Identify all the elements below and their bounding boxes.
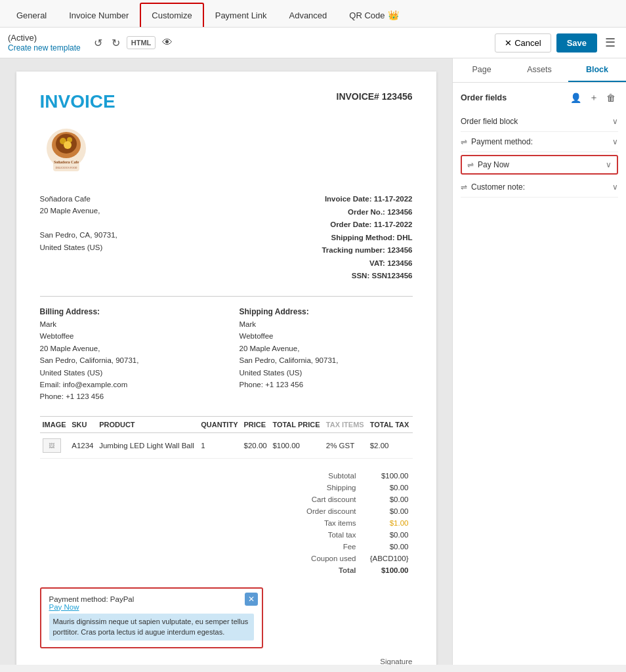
row-quantity: 1 xyxy=(198,432,241,458)
pay-now-row: Pay Now xyxy=(49,603,254,611)
cart-discount-value: $0.00 xyxy=(365,494,411,505)
order-date-value: 11-17-2022 xyxy=(374,220,413,228)
cancel-button[interactable]: ✕ Cancel xyxy=(495,33,551,52)
col-product: PRODUCT xyxy=(96,416,198,432)
html-button[interactable]: HTML xyxy=(127,36,156,49)
field-item-pay-now[interactable]: ⇌ Pay Now ∨ xyxy=(461,155,618,175)
tab-invoice-number[interactable]: Invoice Number xyxy=(58,3,140,27)
billing-phone-label: Phone: xyxy=(40,392,64,400)
order-fields-title: Order fields xyxy=(461,93,507,102)
pay-now-link[interactable]: Pay Now xyxy=(49,603,79,611)
tab-payment-link[interactable]: Payment Link xyxy=(204,3,278,27)
invoice-header: INVOICE INVOICE# 123456 xyxy=(40,91,413,112)
tax-items-value: $1.00 xyxy=(365,518,411,528)
tracking-label: Tracking number: xyxy=(322,246,385,254)
delete-field-button[interactable]: 🗑 xyxy=(604,91,618,105)
order-no-value: 123456 xyxy=(387,208,412,216)
products-table: IMAGE SKU PRODUCT QUANTITY PRICE TOTAL P… xyxy=(40,416,413,459)
customer-note-text: Mauris dignissim neque ut sapien vulputa… xyxy=(49,614,254,640)
order-no-label: Order No.: xyxy=(348,208,385,216)
create-template-link[interactable]: Create new template xyxy=(8,43,81,52)
pay-now-field-label: Pay Now xyxy=(478,160,509,169)
customer-note-field-label: Customer note: xyxy=(471,182,525,192)
billing-addr2: San Pedro, California, 90731, xyxy=(40,356,139,364)
payment-block-close[interactable]: ✕ xyxy=(245,593,258,606)
menu-button[interactable]: ☰ xyxy=(602,33,618,52)
header-controls: ↺ ↻ HTML 👁 xyxy=(91,34,176,52)
col-tax-items: TAX ITEMS xyxy=(323,416,367,432)
panel-tab-page[interactable]: Page xyxy=(453,58,511,82)
total-label: Total xyxy=(304,565,364,576)
seller-name: Soñadora Cafe xyxy=(40,193,117,205)
shipping-method-row: Shipping Method: DHL xyxy=(322,232,412,245)
invoice-paper: INVOICE INVOICE# 123456 Soñadora Cafe xyxy=(16,72,436,665)
billing-addr3: United States (US) xyxy=(40,369,103,377)
header-status-group: (Active) Create new template xyxy=(8,33,81,52)
preview-button[interactable]: 👁 xyxy=(159,34,175,51)
payment-block[interactable]: ✕ Payment method: PayPal Pay Now Mauris … xyxy=(40,587,263,648)
subtotal-row: Subtotal $100.00 xyxy=(304,471,411,481)
undo-button[interactable]: ↺ xyxy=(91,34,105,52)
seller-address3: San Pedro, CA, 90731, xyxy=(40,229,117,241)
vat-label: VAT: xyxy=(369,259,385,267)
invoice-number-label: INVOICE# xyxy=(337,91,379,102)
col-image: IMAGE xyxy=(40,416,70,432)
field-item-customer-note-left: ⇌ Customer note: xyxy=(461,182,525,192)
billing-email: info@example.com xyxy=(63,381,128,388)
field-item-payment[interactable]: ⇌ Payment method: ∨ xyxy=(461,132,618,152)
header-right: ✕ Cancel Save ☰ xyxy=(495,33,618,52)
order-date-label: Order Date: xyxy=(330,220,371,228)
order-field-block-header[interactable]: Order field block ∨ xyxy=(461,112,618,132)
save-button[interactable]: Save xyxy=(556,33,597,52)
redo-button[interactable]: ↻ xyxy=(109,34,123,52)
billing-company: Webtoffee xyxy=(40,332,74,340)
shipping-label: Shipping xyxy=(304,482,364,493)
coupon-row: Coupon used {ABCD100} xyxy=(304,553,411,564)
panel-tab-assets[interactable]: Assets xyxy=(511,58,568,82)
invoice-title: INVOICE xyxy=(40,91,115,112)
payment-method-field-label: Payment method: xyxy=(471,137,533,146)
section-actions: 👤 ＋ 🗑 xyxy=(568,91,618,105)
add-field-button[interactable]: ＋ xyxy=(587,91,601,105)
field-item-customer-note[interactable]: ⇌ Customer note: ∨ xyxy=(461,177,618,198)
shipping-name: Mark xyxy=(240,320,257,328)
invoice-number: INVOICE# 123456 xyxy=(337,91,413,102)
tab-customize[interactable]: Customize xyxy=(140,3,203,27)
col-quantity: QUANTITY xyxy=(198,416,241,432)
vat-value: 123456 xyxy=(387,259,412,267)
totals-table: Subtotal $100.00 Shipping $0.00 Cart dis… xyxy=(303,469,412,577)
seller-address: Soñadora Cafe 20 Maple Avenue, San Pedro… xyxy=(40,193,117,283)
shipping-company: Webtoffee xyxy=(240,332,274,340)
field-item-pay-now-left: ⇌ Pay Now xyxy=(467,160,509,169)
order-fields-header: Order fields 👤 ＋ 🗑 xyxy=(461,91,618,105)
vat-row: VAT: 123456 xyxy=(322,257,412,270)
payment-method-value: PayPal xyxy=(110,595,134,603)
payment-chevron-icon: ∨ xyxy=(612,137,618,146)
total-row: Total $100.00 xyxy=(304,565,411,576)
shipping-phone: +1 123 456 xyxy=(265,381,303,388)
invoice-area: INVOICE INVOICE# 123456 Soñadora Cafe xyxy=(0,58,452,665)
row-total-tax: $2.00 xyxy=(367,432,413,458)
ssn-label: SSN: xyxy=(352,272,369,280)
total-tax-row: Total tax $0.00 xyxy=(304,530,411,540)
tab-general[interactable]: General xyxy=(5,3,58,27)
shipping-method-value: DHL xyxy=(397,234,413,242)
tab-advanced[interactable]: Advanced xyxy=(278,3,338,27)
col-total-price: TOTAL PRICE xyxy=(270,416,323,432)
add-person-button[interactable]: 👤 xyxy=(568,91,584,105)
tracking-row: Tracking number: 123456 xyxy=(322,244,412,257)
shipping-method-label: Shipping Method: xyxy=(331,234,395,242)
coupon-value: {ABCD100} xyxy=(365,553,411,564)
pay-now-chevron-icon: ∨ xyxy=(606,160,612,169)
panel-tabs: Page Assets Block xyxy=(453,58,626,83)
table-row: 🖼 A1234 Jumbing LED Light Wall Ball 1 $2… xyxy=(40,432,413,458)
tab-qr-code[interactable]: QR Code 👑 xyxy=(338,3,409,27)
totals-section: Subtotal $100.00 Shipping $0.00 Cart dis… xyxy=(40,469,413,577)
fee-value: $0.00 xyxy=(365,541,411,552)
billing-title: Billing Address: xyxy=(40,307,100,316)
order-no-row: Order No.: 123456 xyxy=(322,206,412,219)
invoice-date-label: Invoice Date: xyxy=(325,195,372,203)
invoice-details: Invoice Date: 11-17-2022 Order No.: 1234… xyxy=(322,193,412,283)
panel-tab-block[interactable]: Block xyxy=(568,58,626,82)
total-tax-value: $0.00 xyxy=(365,530,411,540)
